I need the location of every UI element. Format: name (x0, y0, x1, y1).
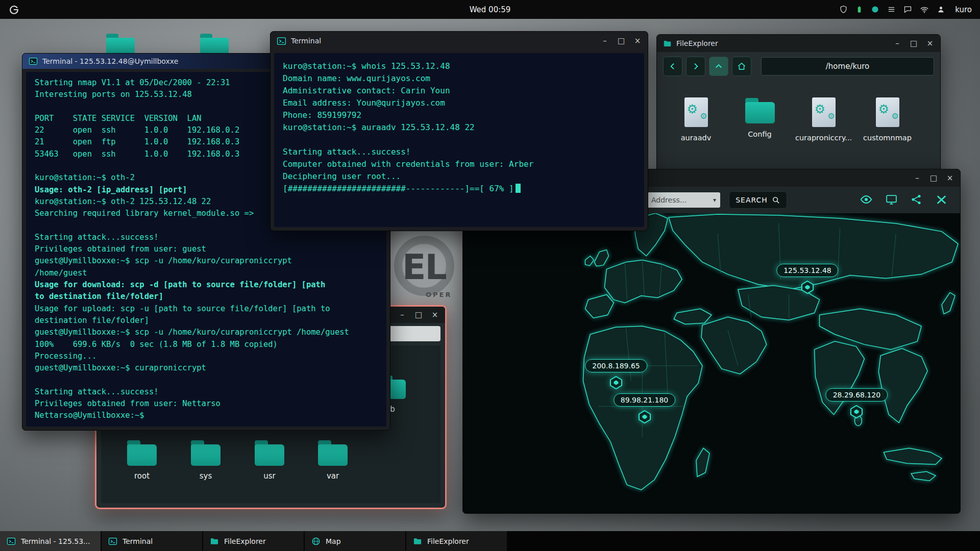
world-map[interactable]: 125.53.12.48200.8.189.6589.98.21.18028.2… (463, 213, 960, 513)
taskbar-item-label: Map (326, 537, 341, 545)
maximize-button[interactable]: □ (617, 36, 625, 45)
chat-icon[interactable] (903, 5, 912, 14)
close-button[interactable]: × (431, 310, 439, 319)
terminal-line (35, 374, 378, 386)
terminal-line: guest@Uymillboxxe:~$ scp -u /home/kuro/c… (35, 327, 378, 338)
terminal-line: Starting attack...success! (35, 386, 378, 398)
file-name: var (327, 471, 339, 481)
close-button[interactable]: × (926, 39, 934, 48)
file-item[interactable]: var (307, 440, 358, 481)
up-button[interactable] (709, 57, 728, 76)
terminal-line: Domain name: www.qurijayos.com (283, 72, 635, 85)
list-icon[interactable] (887, 5, 896, 14)
file-item[interactable]: ⚙⚙ curaproniccry... (799, 97, 848, 142)
terminal-front-window[interactable]: Terminal – □ × kuro@station:~$ whois 125… (270, 31, 648, 231)
file-name: curaproniccry... (795, 134, 852, 142)
terminal-line: Processing... (35, 350, 378, 362)
share-icon[interactable] (909, 192, 924, 207)
search-button[interactable]: SEARCH (729, 191, 787, 209)
file-item[interactable]: root (116, 440, 167, 481)
taskbar-item-label: Terminal (122, 537, 153, 545)
terminal-icon (277, 36, 286, 46)
top-menubar: Wed 00:59 kuro (0, 0, 980, 19)
address-combobox[interactable]: Address... ▾ (647, 192, 720, 208)
file-item[interactable]: usr (244, 440, 295, 481)
globe-icon (311, 537, 321, 546)
file-item[interactable]: ⚙⚙ auraadv (671, 97, 721, 142)
maximize-button[interactable]: □ (929, 173, 938, 183)
terminal-line: Nettarso@Uymillboxxe:~$ (35, 410, 378, 421)
watermark-text: EL (402, 247, 446, 287)
map-ip-label[interactable]: 125.53.12.48 (776, 264, 839, 277)
minimize-button[interactable]: – (601, 36, 609, 45)
forward-button[interactable] (686, 57, 705, 76)
terminal-line: Administrative contact: Carin Youn (283, 85, 635, 97)
taskbar-item-label: FileExplorer (224, 537, 266, 545)
file-explorer-titlebar[interactable]: FileExplorer – □ × (657, 35, 940, 52)
executable-file-icon: ⚙⚙ (684, 97, 708, 127)
file-panel[interactable]: ⚙⚙ auraadv Config ⚙⚙ curaproniccry... ⚙⚙… (657, 79, 940, 142)
shield-icon[interactable] (839, 5, 848, 14)
path-field[interactable]: /home/kuro (761, 57, 934, 76)
status-circle-icon[interactable] (871, 5, 879, 14)
file-name: customnmap (863, 134, 912, 142)
navigation-bar: /home/kuro (657, 52, 940, 79)
close-button[interactable]: × (633, 36, 642, 45)
file-item[interactable]: Config (735, 97, 785, 142)
file-item[interactable]: ⚙⚙ customnmap (863, 97, 912, 142)
taskbar-item-map[interactable]: Map (305, 531, 405, 551)
system-tray: kuro (839, 5, 972, 14)
map-node-marker-icon[interactable] (850, 405, 863, 419)
executable-file-icon: ⚙⚙ (876, 97, 899, 127)
wifi-icon[interactable] (920, 5, 929, 14)
map-ip-label[interactable]: 89.98.21.180 (614, 393, 676, 407)
terminal-output[interactable]: kuro@station:~$ whois 125.53.12.48Domain… (274, 53, 644, 227)
maximize-button[interactable]: □ (910, 39, 918, 48)
map-ip-label[interactable]: 200.8.189.65 (585, 359, 647, 372)
chevron-down-icon: ▾ (713, 196, 716, 204)
watermark-subtext: OPER (426, 291, 452, 298)
system-logo-icon[interactable] (8, 4, 19, 15)
minimize-button[interactable]: – (913, 173, 921, 183)
map-node-marker-icon[interactable] (609, 375, 623, 390)
taskbar-item-label: FileExplorer (427, 537, 469, 545)
crossing-arrows-icon[interactable] (934, 192, 949, 207)
terminal-line: guest@Uymillboxxe:~$ scp -u /home/kuro/c… (35, 255, 378, 267)
file-item[interactable]: sys (180, 440, 231, 481)
terminal-line: Usage for download: scp -d [path to sour… (35, 279, 378, 291)
search-label: SEARCH (736, 196, 768, 204)
terminal-line: Email address: Youn@qurijayos.com (283, 97, 635, 109)
home-button[interactable] (732, 57, 751, 76)
minimize-button[interactable]: – (398, 310, 406, 319)
map-node-marker-icon[interactable] (801, 280, 814, 294)
terminal-icon (7, 537, 16, 546)
taskbar-item-fileexplorer[interactable]: FileExplorer (203, 531, 304, 551)
eye-icon[interactable] (859, 192, 874, 207)
username[interactable]: kuro (955, 5, 972, 14)
taskbar-item-fileexplorer-2[interactable]: FileExplorer (406, 531, 507, 551)
taskbar-item-terminal[interactable]: Terminal (102, 531, 202, 551)
map-ip-label[interactable]: 28.29.68.120 (826, 388, 888, 402)
search-icon (772, 196, 780, 205)
folder-icon (745, 102, 775, 123)
folder-icon (663, 39, 672, 48)
executable-file-icon: ⚙⚙ (812, 97, 836, 127)
terminal-front-titlebar[interactable]: Terminal – □ × (271, 32, 648, 50)
battery-icon[interactable] (855, 5, 863, 14)
map-node-marker-icon[interactable] (638, 410, 651, 424)
display-icon[interactable] (884, 192, 899, 207)
taskbar-item-terminal-back[interactable]: Terminal - 125.53... (0, 531, 101, 551)
file-name: root (134, 471, 150, 481)
close-button[interactable]: × (946, 173, 954, 183)
terminal-line: Starting attack...success! (35, 232, 378, 243)
terminal-icon (108, 537, 117, 546)
user-icon[interactable] (937, 5, 945, 14)
folder-icon (413, 537, 422, 546)
minimize-button[interactable]: – (893, 39, 901, 48)
terminal-icon (29, 57, 38, 66)
terminal-cursor (516, 184, 521, 193)
file-name: Config (748, 130, 772, 138)
back-button[interactable] (663, 57, 682, 76)
maximize-button[interactable]: □ (414, 310, 423, 319)
folder-icon (318, 444, 348, 466)
